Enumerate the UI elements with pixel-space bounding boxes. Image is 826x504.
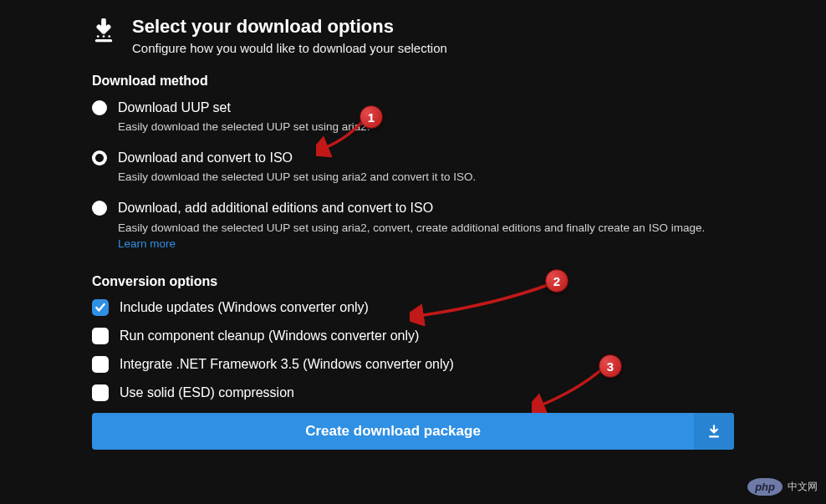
download-icon	[92, 15, 117, 50]
php-logo: php	[747, 478, 783, 496]
conversion-options-title: Conversion options	[92, 274, 734, 289]
radio-indicator	[92, 201, 107, 216]
checkbox-indicator	[92, 356, 109, 373]
watermark-text: 中文网	[788, 480, 818, 494]
page-title: Select your download options	[132, 15, 447, 39]
radio-download-additional-editions[interactable]: Download, add additional editions and co…	[92, 199, 734, 252]
radio-indicator	[92, 150, 107, 165]
radio-label: Download and convert to ISO	[118, 149, 734, 167]
radio-label: Download UUP set	[118, 99, 734, 117]
radio-indicator	[92, 100, 107, 115]
page-header: Select your download options Configure h…	[92, 15, 734, 55]
checkbox-indicator	[92, 384, 109, 401]
watermark: php 中文网	[747, 478, 818, 496]
svg-point-3	[108, 35, 110, 38]
svg-rect-0	[95, 39, 112, 42]
checkbox-include-updates[interactable]: Include updates (Windows converter only)	[92, 299, 734, 316]
checkbox-label: Use solid (ESD) compression	[120, 385, 294, 400]
radio-description: Easily download the selected UUP set usi…	[118, 169, 734, 186]
radio-label: Download, add additional editions and co…	[118, 199, 734, 217]
checkbox-component-cleanup[interactable]: Run component cleanup (Windows converter…	[92, 328, 734, 344]
svg-point-1	[97, 35, 99, 38]
create-download-package-button[interactable]: Create download package	[92, 413, 734, 450]
page-subtitle: Configure how you would like to download…	[132, 41, 447, 55]
checkbox-indicator	[92, 328, 109, 344]
radio-download-convert-iso[interactable]: Download and convert to ISO Easily downl…	[92, 149, 734, 186]
radio-download-uup-set[interactable]: Download UUP set Easily download the sel…	[92, 99, 734, 135]
checkbox-indicator	[92, 299, 109, 316]
checkbox-label: Include updates (Windows converter only)	[120, 300, 369, 315]
page-container: Select your download options Configure h…	[0, 0, 826, 450]
checkbox-label: Run component cleanup (Windows converter…	[120, 328, 419, 344]
download-icon	[694, 413, 734, 450]
download-method-title: Download method	[92, 74, 734, 89]
radio-description: Easily download the selected UUP set usi…	[118, 119, 734, 135]
learn-more-link[interactable]: Learn more	[118, 237, 176, 250]
checkbox-esd-compression[interactable]: Use solid (ESD) compression	[92, 384, 734, 401]
radio-description: Easily download the selected UUP set usi…	[118, 220, 734, 252]
checkbox-net-framework[interactable]: Integrate .NET Framework 3.5 (Windows co…	[92, 356, 734, 373]
checkbox-label: Integrate .NET Framework 3.5 (Windows co…	[120, 357, 454, 372]
svg-rect-4	[709, 435, 719, 437]
svg-point-2	[103, 35, 105, 38]
button-label: Create download package	[92, 413, 694, 450]
